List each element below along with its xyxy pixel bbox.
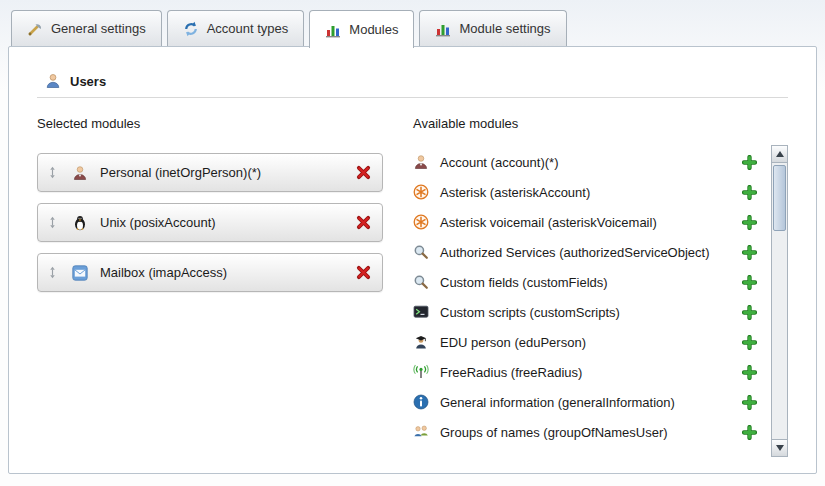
add-icon <box>742 215 757 230</box>
tab-module-settings[interactable]: Module settings <box>419 10 566 46</box>
selected-modules-heading: Selected modules <box>37 116 383 131</box>
scrollbar-track[interactable] <box>772 163 787 439</box>
drag-handle-icon[interactable] <box>46 216 59 229</box>
scrollbar-down-button[interactable] <box>772 439 787 456</box>
tab-label: Module settings <box>459 21 550 36</box>
asterisk-icon <box>413 184 429 200</box>
add-icon <box>742 395 757 410</box>
user-icon <box>45 73 61 89</box>
graduate-icon <box>413 334 429 350</box>
add-icon <box>742 425 757 440</box>
group-icon <box>413 424 429 440</box>
tab-bar: General settings Account types Modules M… <box>11 10 817 46</box>
module-label: Unix (posixAccount) <box>100 215 356 230</box>
selected-module-row-personal: Personal (inetOrgPerson)(*) <box>37 153 383 192</box>
module-label: Custom scripts (customScripts) <box>440 305 742 320</box>
selected-module-row-unix: Unix (posixAccount) <box>37 203 383 242</box>
tab-label: Modules <box>349 22 398 37</box>
add-module-button[interactable] <box>742 395 757 410</box>
add-module-button[interactable] <box>742 155 757 170</box>
available-modules-scrollbar[interactable] <box>771 145 788 457</box>
available-module-row-groups-of-names: Groups of names (groupOfNamesUser) <box>413 417 769 447</box>
available-module-row-authorized-services: Authorized Services (authorizedServiceOb… <box>413 237 769 267</box>
available-module-row-custom-fields: Custom fields (customFields) <box>413 267 769 297</box>
info-icon <box>413 394 429 410</box>
add-icon <box>742 305 757 320</box>
drag-handle-icon[interactable] <box>46 166 59 179</box>
add-module-button[interactable] <box>742 365 757 380</box>
module-label: Asterisk voicemail (asteriskVoicemail) <box>440 215 742 230</box>
add-icon <box>742 245 757 260</box>
heading-divider <box>37 97 788 98</box>
account-type-heading: Users <box>45 73 788 89</box>
magnifier-icon <box>413 274 429 290</box>
available-module-row-asterisk: Asterisk (asteriskAccount) <box>413 177 769 207</box>
available-modules-body: Account (account)(*) Asterisk (asteriskA… <box>413 145 788 457</box>
available-module-row-general-information: General information (generalInformation) <box>413 387 769 417</box>
chart-icon <box>325 22 341 38</box>
scroll-down-arrow-icon <box>776 445 784 451</box>
add-icon <box>742 155 757 170</box>
add-module-button[interactable] <box>742 215 757 230</box>
available-module-row-asterisk-voicemail: Asterisk voicemail (asteriskVoicemail) <box>413 207 769 237</box>
magnifier-icon <box>413 244 429 260</box>
lam-configuration-page: General settings Account types Modules M… <box>0 0 825 486</box>
module-label: Authorized Services (authorizedServiceOb… <box>440 245 742 260</box>
tools-icon <box>27 21 43 37</box>
refresh-icon <box>183 21 199 37</box>
scrollbar-up-button[interactable] <box>772 146 787 163</box>
person-icon <box>72 165 88 181</box>
delete-icon <box>356 265 371 280</box>
add-module-button[interactable] <box>742 245 757 260</box>
module-label: Account (account)(*) <box>440 155 742 170</box>
account-type-title: Users <box>70 74 106 89</box>
scrollbar-thumb[interactable] <box>773 165 786 231</box>
module-label: Mailbox (imapAccess) <box>100 265 356 280</box>
add-icon <box>742 185 757 200</box>
remove-module-button[interactable] <box>356 265 371 280</box>
module-label: EDU person (eduPerson) <box>440 335 742 350</box>
add-module-button[interactable] <box>742 335 757 350</box>
module-label: Groups of names (groupOfNamesUser) <box>440 425 742 440</box>
available-module-row-freeradius: FreeRadius (freeRadius) <box>413 357 769 387</box>
scroll-up-arrow-icon <box>776 151 784 157</box>
available-modules-heading: Available modules <box>413 116 788 131</box>
add-icon <box>742 275 757 290</box>
tab-label: General settings <box>51 21 146 36</box>
available-module-row-custom-scripts: Custom scripts (customScripts) <box>413 297 769 327</box>
tab-label: Account types <box>207 21 289 36</box>
module-columns: Selected modules Personal (inetOrgPerson… <box>37 116 788 457</box>
mail-icon <box>72 265 88 281</box>
add-module-button[interactable] <box>742 185 757 200</box>
add-module-button[interactable] <box>742 305 757 320</box>
selected-modules-column: Selected modules Personal (inetOrgPerson… <box>37 116 383 457</box>
add-module-button[interactable] <box>742 275 757 290</box>
available-modules-list: Account (account)(*) Asterisk (asteriskA… <box>413 145 769 447</box>
tab-modules[interactable]: Modules <box>309 10 414 48</box>
antenna-icon <box>413 364 429 380</box>
available-module-row-edu-person: EDU person (eduPerson) <box>413 327 769 357</box>
modules-panel: Users Selected modules Personal (inetOrg… <box>8 46 817 474</box>
penguin-icon <box>72 215 88 231</box>
tab-general-settings[interactable]: General settings <box>11 10 162 46</box>
remove-module-button[interactable] <box>356 165 371 180</box>
remove-module-button[interactable] <box>356 215 371 230</box>
add-icon <box>742 335 757 350</box>
delete-icon <box>356 215 371 230</box>
available-module-row-account: Account (account)(*) <box>413 147 769 177</box>
tab-account-types[interactable]: Account types <box>167 10 305 46</box>
chart-icon <box>435 21 451 37</box>
module-label: Personal (inetOrgPerson)(*) <box>100 165 356 180</box>
available-modules-column: Available modules Account (account)(*) <box>413 116 788 457</box>
person-icon <box>413 154 429 170</box>
terminal-icon <box>413 304 429 320</box>
drag-handle-icon[interactable] <box>46 266 59 279</box>
module-label: General information (generalInformation) <box>440 395 742 410</box>
asterisk-icon <box>413 214 429 230</box>
module-label: Asterisk (asteriskAccount) <box>440 185 742 200</box>
module-label: Custom fields (customFields) <box>440 275 742 290</box>
add-module-button[interactable] <box>742 425 757 440</box>
selected-module-row-mailbox: Mailbox (imapAccess) <box>37 253 383 292</box>
add-icon <box>742 365 757 380</box>
module-label: FreeRadius (freeRadius) <box>440 365 742 380</box>
